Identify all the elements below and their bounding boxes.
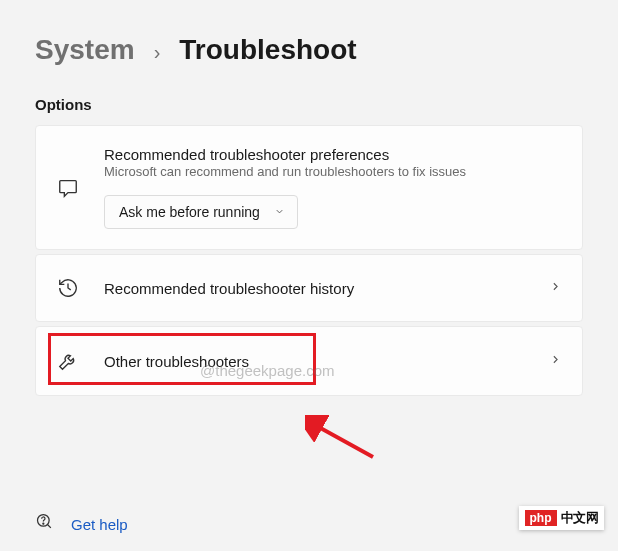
- badge-cn: 中文网: [561, 509, 599, 527]
- card-preferences: Recommended troubleshooter preferences M…: [35, 125, 583, 250]
- prefs-dropdown[interactable]: Ask me before running: [104, 195, 298, 229]
- breadcrumb-current: Troubleshoot: [179, 34, 356, 66]
- help-icon: [35, 512, 55, 536]
- arrow-annotation: [305, 415, 385, 465]
- card-other-troubleshooters[interactable]: Other troubleshooters: [35, 326, 583, 396]
- svg-point-3: [43, 523, 44, 524]
- card-history[interactable]: Recommended troubleshooter history: [35, 254, 583, 322]
- chevron-right-icon: [549, 280, 562, 296]
- chevron-down-icon: [274, 206, 285, 219]
- prefs-title: Recommended troubleshooter preferences: [104, 146, 562, 163]
- speech-bubble-icon: [56, 176, 80, 200]
- prefs-dropdown-value: Ask me before running: [119, 204, 260, 220]
- history-title: Recommended troubleshooter history: [104, 280, 535, 297]
- wrench-icon: [56, 349, 80, 373]
- prefs-subtitle: Microsoft can recommend and run troubles…: [104, 164, 562, 179]
- svg-line-1: [315, 425, 373, 457]
- breadcrumb: System › Troubleshoot: [35, 34, 583, 66]
- breadcrumb-parent[interactable]: System: [35, 34, 135, 66]
- footer: Get help: [35, 512, 128, 536]
- other-title: Other troubleshooters: [104, 353, 535, 370]
- chevron-right-icon: [549, 353, 562, 369]
- badge-php: php: [525, 510, 557, 526]
- watermark-badge: php 中文网: [519, 506, 605, 530]
- section-label: Options: [35, 96, 583, 113]
- breadcrumb-separator-icon: ›: [154, 41, 161, 64]
- get-help-link[interactable]: Get help: [71, 516, 128, 533]
- history-icon: [56, 276, 80, 300]
